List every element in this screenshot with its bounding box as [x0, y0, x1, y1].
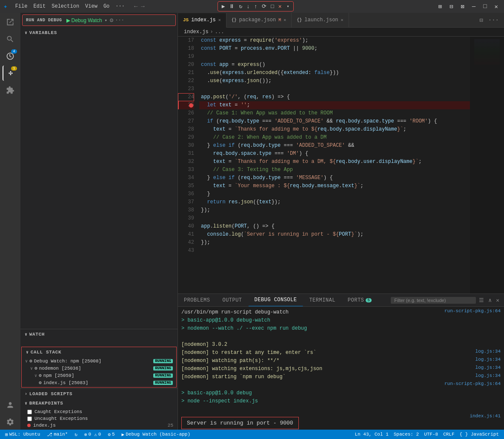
panel-close-icon[interactable]: ✕ — [495, 296, 501, 304]
menu-view[interactable]: View — [83, 3, 100, 10]
panels-icon[interactable]: ⊠ — [458, 2, 467, 11]
menu-more[interactable]: ··· — [113, 3, 127, 10]
panel-tab-problems[interactable]: PROBLEMS — [178, 294, 216, 306]
panel-link-pkg-2[interactable]: run-script-pkg.js:64 — [444, 381, 501, 386]
panel-filter-area: ☰ ∧ ✕ — [391, 296, 504, 304]
minimize-button[interactable]: — — [470, 2, 478, 11]
loaded-scripts-header[interactable]: › LOADED SCRIPTS — [20, 389, 178, 398]
debug-disconnect-button[interactable]: ✕ — [277, 3, 283, 10]
menu-file[interactable]: File — [13, 3, 30, 10]
split-editor-icon[interactable]: ⊟ — [478, 16, 484, 25]
callstack-item-3[interactable]: ⚙ index.js [25083] RUNNING — [22, 379, 176, 386]
run-debug-button[interactable]: ▶ Debug Watch — [65, 17, 104, 24]
panel-tab-ports[interactable]: PORTS 5 — [342, 294, 378, 306]
statusbar-git-branch[interactable]: ⎇ main* — [45, 432, 69, 437]
panel-link-log-4[interactable]: log.js:34 — [475, 373, 501, 378]
nav-back-button[interactable]: ← — [134, 3, 137, 10]
uncaught-exceptions-checkbox[interactable] — [27, 416, 32, 421]
debug-settings-icon[interactable]: ⚙ — [110, 17, 113, 24]
callstack-items: ∨ ⚙ Debug Watch: npm [25008] RUNNING ∨ ⚙… — [22, 356, 176, 387]
tab-indexjs[interactable]: JS index.js ✕ — [178, 13, 226, 28]
panel-link-indexjs-41[interactable]: index.js:41 — [470, 413, 501, 419]
language-label: { } JavaScript — [460, 432, 499, 437]
statusbar-wsl[interactable]: ⊞ WSL: Ubuntu — [3, 432, 42, 437]
app-logo: ✦ — [3, 2, 8, 11]
code-content: const express = require('express'); cons… — [199, 37, 470, 294]
debug-pause-button[interactable]: ⏸ — [228, 3, 236, 10]
callstack-item-0[interactable]: ∨ ⚙ Debug Watch: npm [25008] RUNNING — [22, 357, 176, 365]
activity-settings[interactable] — [3, 414, 18, 430]
debug-more-icon[interactable]: ··· — [115, 17, 124, 23]
debug-restart-button[interactable]: ⟳ — [261, 3, 268, 10]
line-num-30: 30 — [178, 142, 194, 150]
menu-selection[interactable]: Selection — [49, 3, 82, 10]
tab-indexjs-close[interactable]: ✕ — [218, 17, 221, 23]
activity-account[interactable] — [3, 397, 18, 413]
menu-go[interactable]: Go — [101, 3, 112, 10]
breadcrumb-more[interactable]: ... — [215, 29, 224, 35]
activity-git[interactable]: 4 — [3, 48, 18, 64]
tab-packagejson-close[interactable]: ✕ — [284, 17, 286, 23]
panel-link-log-3[interactable]: log.js:34 — [475, 365, 501, 370]
code-editor[interactable]: 17 18 19 20 21 22 23 24 25 26 — [178, 37, 504, 294]
filter-list-icon[interactable]: ☰ — [478, 296, 485, 304]
menu-edit[interactable]: Edit — [31, 3, 48, 10]
callstack-section-header[interactable]: ∨ CALL STACK — [22, 347, 176, 356]
watch-section-header[interactable]: ∨ WATCH — [20, 329, 178, 339]
debug-step-into-button[interactable]: ↓ — [245, 3, 251, 10]
debug-sessions-icon: ⚙ — [108, 432, 111, 437]
breadcrumb-indexjs[interactable]: index.js — [184, 29, 209, 35]
line-num-41: 41 — [178, 231, 194, 239]
loaded-scripts-label: LOADED SCRIPTS — [29, 391, 73, 396]
statusbar-debug-config[interactable]: ▶ Debug Watch (basic-app) — [120, 432, 192, 437]
debug-stop-button[interactable]: □ — [269, 3, 275, 10]
line-num-39: 39 — [178, 214, 194, 222]
panel-filter-input[interactable] — [391, 297, 476, 304]
statusbar-errors-warnings[interactable]: ⊗ 0 ⚠ 0 — [83, 432, 103, 437]
statusbar-spaces[interactable]: Spaces: 2 — [392, 432, 421, 437]
callstack-item-1[interactable]: ∨ ⚙ nodemon [25036] RUNNING — [22, 365, 176, 372]
panel-tab-output[interactable]: OUTPUT — [216, 294, 248, 306]
statusbar-position[interactable]: Ln 43, Col 1 — [353, 432, 390, 437]
maximize-button[interactable]: □ — [481, 2, 489, 11]
callstack-item-2[interactable]: ∨ ⚙ npm [25059] RUNNING — [22, 372, 176, 379]
activity-extensions[interactable] — [3, 83, 18, 98]
statusbar-sync[interactable]: ↻ — [73, 432, 79, 437]
nav-forward-button[interactable]: → — [141, 3, 144, 10]
debug-continue-button[interactable]: ▶ — [220, 3, 226, 10]
ports-count-badge: 5 — [366, 298, 372, 302]
code-line-38: }); — [199, 206, 470, 214]
panel-link-0[interactable]: run-script-pkg.js:64 — [444, 308, 501, 314]
statusbar-language[interactable]: { } JavaScript — [458, 432, 501, 437]
line-num-21: 21 — [178, 69, 194, 77]
activity-explorer[interactable] — [3, 14, 18, 30]
sidebar-scroll: ∨ VARIABLES ∨ WATCH ∨ CALL STACK — [20, 28, 178, 430]
activity-search[interactable] — [3, 31, 18, 47]
statusbar: ⊞ WSL: Ubuntu ⎇ main* ↻ ⊗ 0 ⚠ 0 ⚙ 5 ▶ De… — [0, 430, 504, 439]
breadcrumb: index.js › ... — [178, 28, 504, 37]
breakpoints-header[interactable]: ∨ BREAKPOINTS — [20, 398, 178, 408]
layout-icon[interactable]: ⊞ — [435, 2, 444, 11]
debug-step-out-button[interactable]: ↑ — [253, 3, 259, 10]
panel-link-log-1[interactable]: log.js:34 — [475, 349, 501, 354]
panel-tab-debug-console[interactable]: DEBUG CONSOLE — [249, 294, 304, 306]
tab-packagejson[interactable]: {} package.json M ✕ — [226, 13, 292, 27]
close-button[interactable]: ✕ — [492, 2, 501, 11]
debug-config-select[interactable]: ▾ — [286, 3, 291, 9]
more-actions-icon[interactable]: ··· — [487, 16, 501, 24]
caught-exceptions-checkbox[interactable] — [27, 410, 32, 414]
statusbar-line-ending[interactable]: CRLF — [441, 432, 456, 437]
tab-launchjson[interactable]: {} launch.json ✕ — [292, 13, 349, 27]
panel-tab-terminal[interactable]: TERMINAL — [303, 294, 341, 306]
variables-section-header[interactable]: ∨ VARIABLES — [20, 28, 178, 37]
filter-collapse-icon[interactable]: ∧ — [487, 296, 493, 304]
activity-debug[interactable]: 1 — [3, 66, 18, 81]
split-icon[interactable]: ⊟ — [447, 2, 455, 11]
tab-launchjson-close[interactable]: ✕ — [341, 17, 344, 23]
debug-step-over-button[interactable]: ↻ — [238, 3, 243, 10]
watch-section-label: WATCH — [29, 332, 45, 337]
panel-link-log-2[interactable]: log.js:34 — [475, 357, 501, 362]
statusbar-debug-sessions[interactable]: ⚙ 5 — [106, 432, 116, 437]
chevron-down-icon[interactable]: ▾ — [105, 18, 107, 23]
statusbar-encoding[interactable]: UTF-8 — [422, 432, 440, 437]
